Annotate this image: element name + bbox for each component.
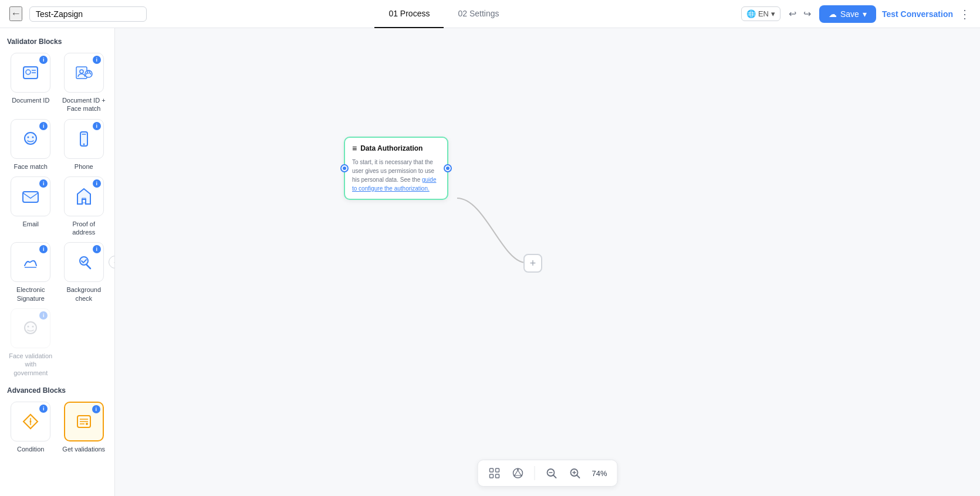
svg-point-1 <box>26 70 31 74</box>
svg-point-10 <box>32 136 34 138</box>
block-get-validations-label: Get validations <box>62 445 105 453</box>
back-button[interactable]: ← <box>9 6 22 21</box>
info-dot: i <box>39 405 48 413</box>
proof-of-address-icon <box>73 186 94 207</box>
block-electronic-signature[interactable]: i Electronic Signature <box>7 242 55 303</box>
info-dot: i <box>39 56 48 64</box>
document-id-icon <box>20 62 41 83</box>
get-validations-icon <box>73 411 94 432</box>
block-background-check-label: Background check <box>60 286 108 303</box>
block-condition[interactable]: i Condition <box>7 402 55 453</box>
block-email[interactable]: i Email <box>7 176 55 237</box>
divider <box>535 466 535 480</box>
block-document-id-face-icon-wrap: i <box>64 53 104 93</box>
node-header: ≡ Data Authorization <box>352 144 440 153</box>
node-title: Data Authorization <box>360 144 423 152</box>
add-node-button[interactable]: + <box>523 254 542 273</box>
svg-rect-14 <box>23 192 38 202</box>
face-match-icon <box>20 128 41 150</box>
block-face-match[interactable]: i Face match <box>7 119 55 171</box>
tab-settings[interactable]: 02 Settings <box>444 0 513 28</box>
info-dot: i <box>92 405 100 413</box>
condition-icon <box>20 411 41 432</box>
block-proof-of-address-icon-wrap: i <box>64 176 104 216</box>
block-document-id-face[interactable]: i Document ID + Face match <box>60 53 108 113</box>
svg-point-7 <box>87 71 90 73</box>
block-document-id-icon-wrap: i <box>11 53 50 93</box>
focus-icon <box>489 467 501 479</box>
zoom-out-button[interactable] <box>542 465 561 481</box>
block-electronic-signature-icon-wrap: i <box>11 242 50 282</box>
block-face-validation-gov[interactable]: i Face validation with government <box>7 308 55 377</box>
background-check-icon <box>73 252 94 273</box>
svg-rect-30 <box>490 474 494 478</box>
electronic-signature-icon <box>20 252 41 273</box>
zoom-in-icon <box>569 467 581 479</box>
svg-line-43 <box>577 475 580 478</box>
block-background-check[interactable]: i Background check <box>60 242 108 303</box>
sidebar-toggle[interactable]: ‹ <box>109 256 115 269</box>
topbar-tabs: 01 Process 02 Settings <box>154 0 734 28</box>
phone-icon <box>73 128 94 150</box>
globe-icon: 🌐 <box>746 9 756 18</box>
block-background-check-icon-wrap: i <box>64 242 104 282</box>
zoom-in-button[interactable] <box>566 465 584 481</box>
title-input[interactable] <box>29 6 147 22</box>
svg-rect-29 <box>496 468 499 472</box>
svg-point-27 <box>86 423 88 425</box>
topbar-right: 🌐 EN ▾ ↩ ↪ ☁ Save ▾ Test Conversation ⋮ <box>741 5 971 23</box>
language-button[interactable]: 🌐 EN ▾ <box>741 6 780 21</box>
block-email-label: Email <box>22 220 39 228</box>
node-right-connector <box>444 164 452 172</box>
document-id-face-icon <box>73 62 94 83</box>
info-dot: i <box>93 179 101 188</box>
sidebar: ‹ Validator Blocks i Document ID <box>0 28 115 496</box>
node-left-connector <box>340 164 349 172</box>
focus-button[interactable] <box>485 465 504 481</box>
svg-point-12 <box>83 143 85 145</box>
zoom-label: 74% <box>589 469 610 478</box>
svg-point-5 <box>80 70 83 73</box>
block-document-id[interactable]: i Document ID <box>7 53 55 113</box>
test-conversation-button[interactable]: Test Conversation <box>882 9 953 19</box>
tab-process[interactable]: 01 Process <box>374 0 444 28</box>
svg-point-22 <box>30 420 32 422</box>
svg-line-40 <box>553 475 556 478</box>
block-get-validations-icon-wrap: i <box>64 402 104 441</box>
block-email-icon-wrap: i <box>11 176 50 216</box>
more-options-button[interactable]: ⋮ <box>959 7 971 21</box>
lang-label: EN <box>758 9 769 18</box>
block-face-validation-gov-icon-wrap: i <box>11 308 50 348</box>
block-proof-of-address-label: Proof of address <box>60 220 108 237</box>
svg-rect-28 <box>490 468 494 472</box>
block-proof-of-address[interactable]: i Proof of address <box>60 176 108 237</box>
undo-redo-group: ↩ ↪ <box>786 6 813 22</box>
share-icon <box>512 467 524 479</box>
svg-point-19 <box>28 326 29 328</box>
save-chevron-icon: ▾ <box>863 9 867 19</box>
svg-line-36 <box>518 470 521 475</box>
share-button[interactable] <box>509 465 528 481</box>
block-document-id-face-label: Document ID + Face match <box>60 96 108 113</box>
info-dot: i <box>93 56 101 64</box>
redo-button[interactable]: ↪ <box>801 6 813 22</box>
save-button[interactable]: ☁ Save ▾ <box>819 5 876 23</box>
topbar: ← 01 Process 02 Settings 🌐 EN ▾ ↩ ↪ ☁ Sa… <box>0 0 980 28</box>
block-face-match-label: Face match <box>14 162 48 171</box>
undo-button[interactable]: ↩ <box>786 6 799 22</box>
svg-point-8 <box>25 133 36 144</box>
svg-rect-31 <box>496 474 499 478</box>
advanced-section-title: Advanced Blocks <box>7 386 107 395</box>
connector-dot <box>446 167 450 170</box>
info-dot: i <box>93 122 101 130</box>
main-area: ‹ Validator Blocks i Document ID <box>0 28 980 496</box>
block-get-validations[interactable]: i Get validations <box>60 402 108 453</box>
info-dot: i <box>39 245 48 253</box>
info-dot: i <box>39 122 48 130</box>
block-phone[interactable]: i Phone <box>60 119 108 171</box>
info-dot: i <box>93 245 101 253</box>
data-authorization-node[interactable]: ≡ Data Authorization To start, it is nec… <box>344 137 448 200</box>
block-face-validation-gov-label: Face validation with government <box>7 352 55 377</box>
canvas-connector-svg <box>115 28 980 496</box>
block-face-match-icon-wrap: i <box>11 119 50 159</box>
